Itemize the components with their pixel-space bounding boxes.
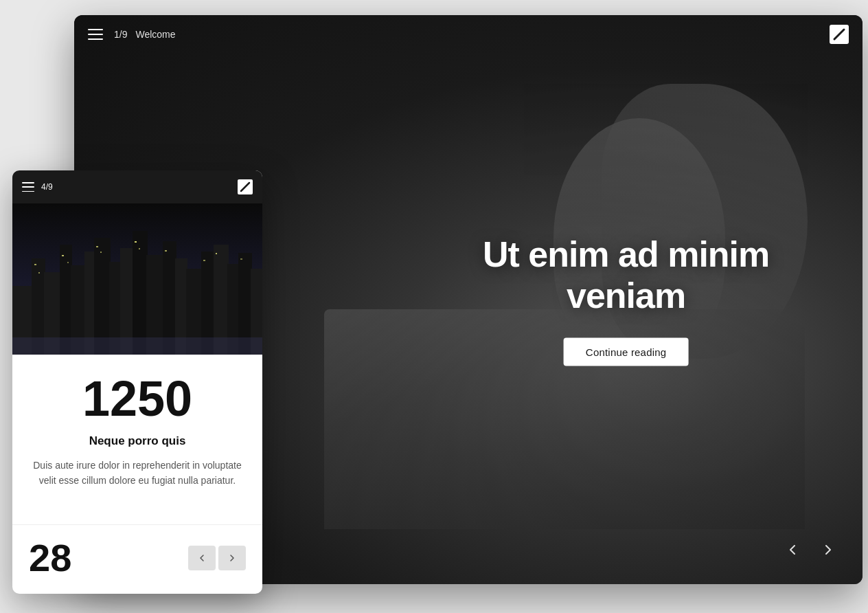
city-skyline-svg xyxy=(12,203,262,355)
small-card-content: 1250 Neque porro quis Duis aute irure do… xyxy=(12,355,262,524)
svg-rect-34 xyxy=(203,260,205,261)
main-nav-arrows xyxy=(780,537,841,562)
small-card: 4/9 xyxy=(12,170,262,594)
svg-rect-32 xyxy=(139,248,140,249)
svg-rect-36 xyxy=(240,258,242,260)
small-card-topbar: 4/9 xyxy=(12,170,262,203)
svg-rect-12 xyxy=(94,238,111,355)
main-heading: Ut enim ad minim veniam xyxy=(429,234,823,316)
small-logo xyxy=(238,179,253,194)
svg-rect-27 xyxy=(62,255,64,256)
svg-rect-37 xyxy=(12,337,262,355)
small-prev-button[interactable] xyxy=(188,546,216,570)
small-next-button[interactable] xyxy=(218,546,246,570)
prev-arrow[interactable] xyxy=(780,537,805,562)
continue-reading-button[interactable]: Continue reading xyxy=(564,338,688,366)
hamburger-menu-icon[interactable] xyxy=(88,29,103,40)
svg-rect-25 xyxy=(34,264,36,265)
stat-number-large: 1250 xyxy=(29,374,246,423)
main-topbar: 1/9 Welcome xyxy=(74,15,863,54)
city-background xyxy=(12,203,262,355)
svg-rect-29 xyxy=(96,246,98,247)
main-logo xyxy=(830,25,849,44)
small-nav-arrows xyxy=(188,546,246,570)
svg-rect-26 xyxy=(38,272,40,274)
small-page-counter: 4/9 xyxy=(41,182,53,192)
main-page-title: Welcome xyxy=(135,29,175,40)
svg-rect-33 xyxy=(165,250,167,252)
stat-description: Duis aute irure dolor in reprehenderit i… xyxy=(29,458,246,489)
main-center-content: Ut enim ad minim veniam Continue reading xyxy=(429,234,823,366)
small-card-bottom: 28 xyxy=(12,539,262,594)
stat-divider xyxy=(12,524,262,525)
small-hamburger-icon[interactable] xyxy=(22,182,34,192)
svg-rect-35 xyxy=(216,253,217,254)
svg-rect-31 xyxy=(135,241,137,243)
svg-rect-28 xyxy=(67,262,69,263)
next-arrow[interactable] xyxy=(816,537,841,562)
main-page-counter: 1/9 xyxy=(114,29,127,40)
small-card-image xyxy=(12,203,262,355)
svg-rect-30 xyxy=(100,252,102,253)
stat-number-small: 28 xyxy=(29,539,71,577)
stat-label: Neque porro quis xyxy=(29,434,246,448)
